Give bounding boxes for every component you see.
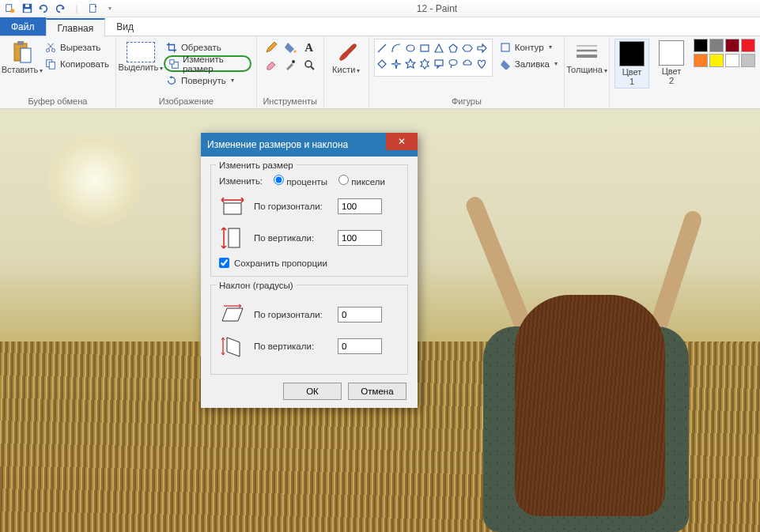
spacer <box>329 95 364 108</box>
brush-icon <box>335 40 358 64</box>
palette-swatch[interactable] <box>709 39 724 52</box>
magnifier-tool[interactable] <box>300 56 319 74</box>
tab-home[interactable]: Главная <box>46 18 106 36</box>
resize-vertical-icon <box>219 226 246 250</box>
eraser-tool[interactable] <box>262 56 281 74</box>
skew-vertical-input[interactable] <box>338 338 382 354</box>
by-label: Изменить: <box>219 176 263 186</box>
radio-percent[interactable]: проценты <box>274 175 327 187</box>
pixels-label: пиксели <box>351 177 385 187</box>
chevron-down-icon: ▾ <box>604 67 607 74</box>
cut-button[interactable]: Вырезать <box>43 39 111 55</box>
resize-horizontal-input[interactable] <box>338 198 382 214</box>
svg-rect-20 <box>435 60 443 66</box>
canvas-image-content <box>459 216 713 532</box>
dialog-title: Изменение размеров и наклона <box>207 139 348 150</box>
thickness-button[interactable]: Толщина▾ <box>569 39 604 77</box>
resize-button[interactable]: Изменить размер <box>164 55 251 72</box>
paste-button[interactable]: Вставить▾ <box>5 39 40 77</box>
group-brushes: Кисти▾ <box>324 36 369 108</box>
group-shapes: Контур▾ Заливка▾ Фигуры <box>369 36 565 108</box>
qat-dropdown-icon[interactable]: ▾ <box>103 2 117 16</box>
palette-swatch[interactable] <box>694 54 708 67</box>
palette-swatch[interactable] <box>741 39 755 52</box>
shape-callout-rect-icon[interactable] <box>433 57 445 71</box>
shape-curve-icon[interactable] <box>391 41 403 55</box>
shape-line-icon[interactable] <box>376 41 388 55</box>
shape-oval-icon[interactable] <box>405 41 417 55</box>
shape-diamond-icon[interactable] <box>376 57 388 71</box>
keep-aspect-checkbox[interactable] <box>219 258 229 268</box>
spacer <box>569 95 604 108</box>
svg-point-1 <box>10 9 14 13</box>
select-button[interactable]: Выделить▾ <box>121 39 161 76</box>
outline-label: Контур <box>515 43 544 52</box>
copy-icon <box>44 58 57 70</box>
group-shapes-label: Фигуры <box>374 95 559 108</box>
fill-tool[interactable] <box>281 39 300 56</box>
quick-access-toolbar: | ▾ <box>3 2 117 16</box>
window-title: 12 - Paint <box>117 3 757 14</box>
shape-cloud-icon[interactable] <box>462 57 474 71</box>
group-tools: A Инструменты <box>257 36 324 108</box>
shape-rect-icon[interactable] <box>419 41 431 55</box>
text-tool[interactable]: A <box>300 39 319 56</box>
tab-file[interactable]: Файл <box>0 17 46 36</box>
tab-view[interactable]: Вид <box>105 17 145 36</box>
shape-callout-oval-icon[interactable] <box>448 57 459 71</box>
shape-pentagon-icon[interactable] <box>448 41 459 55</box>
skew-vertical-icon <box>219 334 246 358</box>
shape-star5-icon[interactable] <box>405 57 417 71</box>
shape-outline-button[interactable]: Контур▾ <box>497 39 559 55</box>
group-clipboard-label: Буфер обмена <box>5 95 111 108</box>
group-image: Выделить▾ Обрезать Изменить размер Повер… <box>116 36 257 108</box>
chevron-down-icon: ▾ <box>357 67 360 74</box>
svg-rect-26 <box>224 203 241 214</box>
skew-horizontal-input[interactable] <box>338 307 382 323</box>
cut-icon <box>44 41 57 54</box>
resize-legend: Изменить размер <box>216 160 297 170</box>
palette-swatch[interactable] <box>709 54 724 67</box>
brushes-button[interactable]: Кисти▾ <box>329 39 364 77</box>
radio-pixels-input[interactable] <box>338 175 349 185</box>
rotate-icon <box>165 74 178 87</box>
skew-horizontal-label: По горизонтали: <box>254 310 330 320</box>
svg-rect-4 <box>25 5 29 7</box>
dialog-titlebar[interactable]: Изменение размеров и наклона ✕ <box>201 133 418 157</box>
dialog-close-button[interactable]: ✕ <box>386 133 418 150</box>
palette-swatch[interactable] <box>694 39 708 52</box>
ribbon-tabs: Файл Главная Вид <box>0 17 760 36</box>
radio-percent-input[interactable] <box>274 175 284 185</box>
ok-button[interactable]: ОК <box>283 383 342 400</box>
shape-triangle-icon[interactable] <box>433 41 445 55</box>
resize-fieldset: Изменить размер Изменить: проценты пиксе… <box>210 164 408 277</box>
crop-button[interactable]: Обрезать <box>164 39 251 55</box>
pencil-tool[interactable] <box>262 39 281 56</box>
undo-icon[interactable] <box>36 2 51 16</box>
save-icon[interactable] <box>20 2 34 16</box>
color2-swatch <box>659 40 684 66</box>
palette-swatch[interactable] <box>725 54 739 67</box>
redo-icon[interactable] <box>53 2 67 16</box>
resize-vertical-input[interactable] <box>338 230 382 246</box>
shape-arrow-right-icon[interactable] <box>476 41 488 55</box>
cancel-button[interactable]: Отмена <box>348 383 406 400</box>
horizontal-label: По горизонтали: <box>254 202 330 212</box>
rotate-button[interactable]: Повернуть▾ <box>164 72 251 89</box>
customize-qat-icon[interactable] <box>86 2 100 16</box>
picker-tool[interactable] <box>281 56 300 74</box>
shape-fill-button[interactable]: Заливка▾ <box>497 55 559 72</box>
shape-heart-icon[interactable] <box>476 57 488 71</box>
color2-button[interactable]: Цвет 2 <box>654 39 689 87</box>
color1-button[interactable]: Цвет 1 <box>614 39 649 89</box>
copy-button[interactable]: Копировать <box>43 55 111 72</box>
shape-star4-icon[interactable] <box>391 57 403 71</box>
shapes-gallery[interactable] <box>374 39 493 77</box>
skew-horizontal-icon <box>219 303 246 326</box>
shape-star6-icon[interactable] <box>419 57 431 71</box>
svg-rect-22 <box>501 43 509 51</box>
palette-swatch[interactable] <box>725 39 739 52</box>
shape-hexagon-icon[interactable] <box>462 41 474 55</box>
radio-pixels[interactable]: пиксели <box>338 175 385 187</box>
palette-swatch[interactable] <box>741 54 755 67</box>
